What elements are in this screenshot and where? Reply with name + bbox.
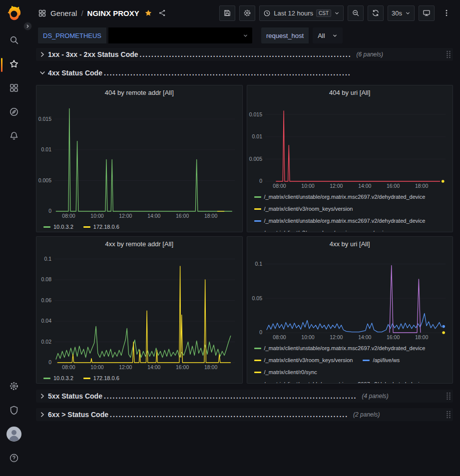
more-options-button[interactable] <box>439 5 454 21</box>
panel-chart[interactable]: 00.0050.010.01508:0010:0012:0014:0016:00… <box>247 99 453 189</box>
y-axis-tick-label: 0.06 <box>41 297 52 303</box>
panel-chart[interactable]: 00.020.040.060.080.108:0010:0012:0014:00… <box>36 251 242 371</box>
datasource-variable-dropdown[interactable] <box>108 27 252 43</box>
time-series-chart[interactable]: 00.050.108:0010:0012:0014:0016:0018:00 <box>247 251 453 341</box>
y-axis-tick-label: 0 <box>259 178 262 184</box>
row-header-1xx-3xx-2xx[interactable]: 1xx - 3xx - 2xx Status Code ............… <box>36 48 453 61</box>
panel-title[interactable]: 404 by uri [All] <box>247 85 453 99</box>
x-axis-tick-label: 14:00 <box>358 334 371 340</box>
refresh-interval-dropdown[interactable]: 30s <box>388 5 415 21</box>
panel-title[interactable]: 4xx by uri [All] <box>247 237 453 251</box>
legend-item[interactable]: /_matrix/client/unstable/org.matrix.msc2… <box>254 217 426 224</box>
sidebar-item-help[interactable] <box>0 447 28 471</box>
refresh-button[interactable] <box>368 5 384 21</box>
grafana-logo[interactable] <box>6 5 22 21</box>
panel-title[interactable]: 404 by remote addr [All] <box>36 85 242 99</box>
panel-legend: 10.0.3.2172.18.0.6 <box>36 371 242 383</box>
sidebar-expand-button[interactable] <box>23 22 32 30</box>
row-drag-handle-icon[interactable] <box>446 411 451 419</box>
legend-series-label: /_matrix/client/v3/room_keys/version <box>264 357 353 364</box>
row-title: 4xx Status Code <box>48 69 102 77</box>
row-panel-count: (6 panels) <box>357 51 383 58</box>
panel-title[interactable]: 4xx by remote addr [All] <box>36 237 242 251</box>
save-icon <box>223 9 231 17</box>
legend-item[interactable]: 10.0.3.2 <box>43 375 73 382</box>
sidebar-item-server-admin[interactable] <box>0 399 28 423</box>
panel-chart[interactable]: 00.0050.010.01508:0010:0012:0014:0016:00… <box>36 99 242 219</box>
legend-series-label: 10.0.3.2 <box>53 223 73 230</box>
time-range-picker[interactable]: Last 12 hours CST <box>259 5 344 21</box>
legend-series-label: 172.18.0.6 <box>93 223 119 230</box>
legend-item[interactable]: /_matrix/client/v3/room_keys/version <box>254 229 353 232</box>
topbar: General / NGINX PROXY L <box>28 0 460 26</box>
favorite-star-icon[interactable] <box>144 9 152 17</box>
main-column: General / NGINX PROXY L <box>28 0 460 476</box>
panel-legend: /_matrix/client/unstable/org.matrix.msc2… <box>247 189 453 232</box>
sidebar-item-starred[interactable] <box>0 53 28 77</box>
save-dashboard-button[interactable] <box>219 5 235 21</box>
x-axis-tick-label: 18:00 <box>204 213 217 219</box>
panel-1: 404 by remote addr [All]00.0050.010.0150… <box>36 85 243 232</box>
legend-series-label: /_matrix/client/v3/room_keys/version <box>264 205 353 212</box>
legend-series-color-mark <box>43 378 50 379</box>
legend-item[interactable]: 172.18.0.6 <box>83 223 119 230</box>
x-axis-tick-label: 08:00 <box>273 183 286 189</box>
zoom-out-button[interactable] <box>348 5 364 21</box>
sidebar-item-dashboards[interactable] <box>0 77 28 101</box>
sidebar-item-alerting[interactable] <box>0 125 28 149</box>
x-axis-tick-label: 14:00 <box>147 213 160 219</box>
row-title: 5xx Status Code <box>48 392 102 400</box>
refresh-icon <box>372 9 380 17</box>
legend-item[interactable]: /_matrix/client/unstable/org.matrix.msc2… <box>254 193 426 200</box>
time-series-chart[interactable]: 00.020.040.060.080.108:0010:0012:0014:00… <box>36 251 242 371</box>
row-header-6xx[interactable]: 6xx > Status Code ......................… <box>36 408 453 421</box>
x-axis-tick-label: 16:00 <box>387 183 400 189</box>
y-axis-tick-label: 0.015 <box>38 116 51 122</box>
row-drag-handle-icon[interactable] <box>446 392 451 400</box>
refresh-interval-label: 30s <box>392 9 402 17</box>
share-icon[interactable] <box>158 9 166 17</box>
chevron-down-icon <box>243 33 248 38</box>
apps-grid-icon <box>38 9 46 17</box>
legend-item[interactable]: /_matrix/client/unstable/org.matrix.msc2… <box>254 381 426 383</box>
sidebar-item-profile[interactable] <box>0 423 28 447</box>
series-line <box>57 266 231 363</box>
legend-item[interactable]: 10.0.3.2 <box>43 223 73 230</box>
breadcrumb: General / NGINX PROXY <box>38 9 166 17</box>
time-series-chart[interactable]: 00.0050.010.01508:0010:0012:0014:0016:00… <box>36 99 242 219</box>
legend-row: /_matrix/client/unstable/org.matrix.msc2… <box>254 193 449 200</box>
legend-item[interactable]: 172.18.0.6 <box>83 375 119 382</box>
panel-4: 4xx by uri [All]00.050.108:0010:0012:001… <box>247 236 454 384</box>
dashboard-settings-button[interactable] <box>239 5 255 21</box>
cycle-view-mode-button[interactable] <box>419 5 435 21</box>
y-axis-tick-label: 0.015 <box>249 111 262 117</box>
row-title: 1xx - 3xx - 2xx Status Code <box>48 50 138 58</box>
legend-item[interactable]: /api/live/ws <box>363 357 400 364</box>
row-header-5xx[interactable]: 5xx Status Code ........................… <box>36 390 453 403</box>
breadcrumb-folder[interactable]: General <box>50 9 77 17</box>
gear-icon <box>243 9 251 17</box>
legend-row: /_matrix/client/v3/room_keys/version/sw.… <box>254 229 449 232</box>
legend-item[interactable]: /_matrix/client/v3/room_keys/version <box>254 205 353 212</box>
panel-legend: /_matrix/client/unstable/org.matrix.msc2… <box>247 341 453 383</box>
legend-series-color-mark <box>254 372 261 373</box>
legend-item[interactable]: /sw.js <box>363 229 386 232</box>
sidebar-item-search[interactable] <box>0 29 28 53</box>
row-header-4xx[interactable]: 4xx Status Code ........................… <box>36 66 453 79</box>
row-drag-handle-icon[interactable] <box>446 50 451 58</box>
request-host-variable-dropdown[interactable]: All <box>313 27 342 43</box>
series-line <box>56 108 232 211</box>
legend-item[interactable]: /_matrix/client/v3/room_keys/version <box>254 357 353 364</box>
legend-series-label: 10.0.3.2 <box>53 375 73 382</box>
time-series-chart[interactable]: 00.0050.010.01508:0010:0012:0014:0016:00… <box>247 99 453 189</box>
shield-icon <box>9 405 19 417</box>
dashboard-title[interactable]: NGINX PROXY <box>87 9 139 17</box>
legend-item[interactable]: /_matrix/client/r0/sync <box>254 369 317 376</box>
sidebar-item-explore[interactable] <box>0 101 28 125</box>
legend-item[interactable]: /_matrix/client/unstable/org.matrix.msc2… <box>254 345 426 352</box>
panel-chart[interactable]: 00.050.108:0010:0012:0014:0016:0018:00 <box>247 251 453 341</box>
x-axis-tick-label: 16:00 <box>387 334 400 340</box>
y-axis-tick-label: 0 <box>48 360 51 366</box>
x-axis-tick-label: 12:00 <box>330 334 343 340</box>
sidebar-item-configuration[interactable] <box>0 375 28 399</box>
